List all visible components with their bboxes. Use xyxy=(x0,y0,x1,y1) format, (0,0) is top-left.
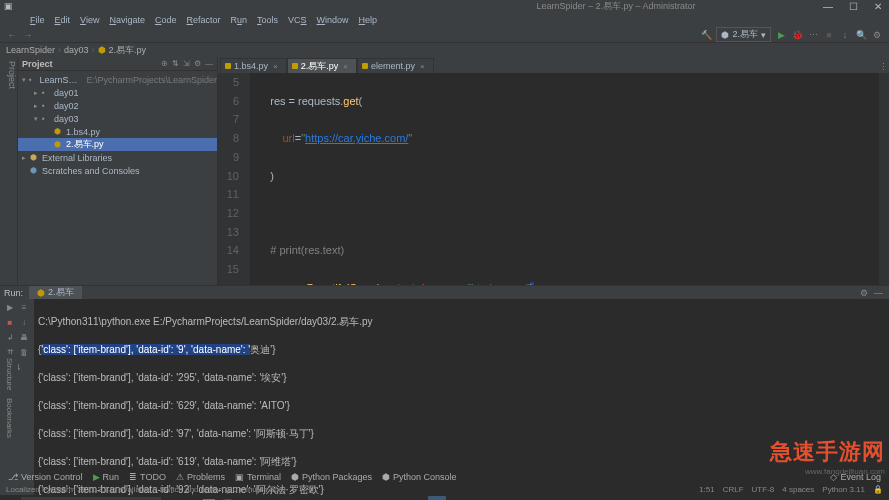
hide-panel-button[interactable]: — xyxy=(205,59,213,68)
run-settings-icon[interactable]: ⚙ xyxy=(860,288,868,298)
editor-more-icon[interactable]: ⋮ xyxy=(877,61,889,73)
settings-icon[interactable]: ⚙ xyxy=(194,59,201,68)
taskbar-app[interactable]: 🪟 xyxy=(200,496,218,500)
start-button[interactable]: ⊞ xyxy=(2,496,20,500)
tree-file[interactable]: ⬢1.bs4.py xyxy=(18,125,217,138)
menu-window[interactable]: Window xyxy=(313,15,353,25)
taskbar-app[interactable]: 🗎 xyxy=(257,496,275,500)
python-console-tool[interactable]: ⬢Python Console xyxy=(378,472,461,482)
editor-tab-active[interactable]: 2.易车.py× xyxy=(287,58,357,73)
tree-file-selected[interactable]: ⬢2.易车.py xyxy=(18,138,217,151)
run-tab-icon[interactable]: ≡ xyxy=(18,301,31,314)
run-tool[interactable]: ▶Run xyxy=(89,472,124,482)
run-tab[interactable]: ⬢2.易车 xyxy=(29,286,82,299)
git-pull-button[interactable]: ↓ xyxy=(839,29,851,41)
taskbar-app-active[interactable]: ▣ xyxy=(428,496,446,500)
run-config-selector[interactable]: ⬢ 2.易车 ▾ xyxy=(716,27,771,42)
taskbar-app[interactable]: 🦊 xyxy=(276,496,294,500)
breadcrumb-file[interactable]: 2.易车.py xyxy=(109,44,147,57)
lock-icon[interactable]: 🔒 xyxy=(873,485,883,494)
python-packages-tool[interactable]: ⬢Python Packages xyxy=(287,472,376,482)
tree-scratches[interactable]: ⬢Scratches and Consoles xyxy=(18,164,217,177)
tree-folder[interactable]: ▸▪day01 xyxy=(18,86,217,99)
run-hide-icon[interactable]: — xyxy=(874,288,883,298)
tree-folder[interactable]: ▸▪day02 xyxy=(18,99,217,112)
nav-back-button[interactable]: ← xyxy=(6,29,18,41)
version-control-tool[interactable]: ⎇Version Control xyxy=(4,472,87,482)
minimize-button[interactable]: — xyxy=(820,1,836,12)
more-run-button[interactable]: ⋯ xyxy=(807,29,819,41)
taskbar-app[interactable]: 📁 xyxy=(181,496,199,500)
bookmarks-tool[interactable]: Bookmarks xyxy=(5,398,14,438)
nav-forward-button[interactable]: → xyxy=(22,29,34,41)
caret-position[interactable]: 1:51 xyxy=(699,485,715,494)
taskbar-app[interactable]: ⊡ xyxy=(333,496,351,500)
soft-wrap-button[interactable]: ↲ xyxy=(4,331,17,344)
tree-external-libs[interactable]: ▸⬢External Libraries xyxy=(18,151,217,164)
problems-tool[interactable]: ⚠Problems xyxy=(172,472,229,482)
todo-tool[interactable]: ≣TODO xyxy=(125,472,170,482)
taskbar-app[interactable]: ⬤ xyxy=(295,496,313,500)
close-tab-icon[interactable]: × xyxy=(273,62,278,71)
scroll-to-end-button[interactable]: ↓ xyxy=(18,316,31,329)
taskbar-app[interactable]: ◉ xyxy=(371,496,389,500)
stop-run-button[interactable]: ■ xyxy=(4,316,17,329)
line-separator[interactable]: CRLF xyxy=(723,485,744,494)
taskbar-app[interactable]: ⬤ xyxy=(352,496,370,500)
debug-button[interactable]: 🐞 xyxy=(791,29,803,41)
menu-file[interactable]: File xyxy=(26,15,49,25)
toolbar: ← → 🔨 ⬢ 2.易车 ▾ ▶ 🐞 ⋯ ■ ↓ 🔍 ⚙ xyxy=(0,27,889,43)
file-encoding[interactable]: UTF-8 xyxy=(752,485,775,494)
close-button[interactable]: ✕ xyxy=(871,1,885,12)
menu-run[interactable]: Run xyxy=(226,15,251,25)
close-tab-icon[interactable]: × xyxy=(420,62,425,71)
tree-folder[interactable]: ▾▪day03 xyxy=(18,112,217,125)
print-button[interactable]: 🖶 xyxy=(18,331,31,344)
clear-all-button[interactable]: 🗑 xyxy=(18,346,31,359)
menu-code[interactable]: Code xyxy=(151,15,181,25)
menu-navigate[interactable]: Navigate xyxy=(105,15,149,25)
event-log-tool[interactable]: ◇Event Log xyxy=(826,472,885,482)
taskbar-app[interactable]: ⬤ xyxy=(409,496,427,500)
indent-settings[interactable]: 4 spaces xyxy=(782,485,814,494)
collapse-all-button[interactable]: ⇲ xyxy=(183,59,190,68)
taskbar-app[interactable]: ◆ xyxy=(238,496,256,500)
menu-tools[interactable]: Tools xyxy=(253,15,282,25)
select-opened-file-button[interactable]: ⊕ xyxy=(161,59,168,68)
menu-help[interactable]: Help xyxy=(355,15,382,25)
breadcrumb-folder[interactable]: day03 xyxy=(64,45,89,55)
structure-tool[interactable]: Structure xyxy=(5,358,14,390)
task-view-button[interactable]: ▭ xyxy=(162,496,180,500)
editor-body[interactable]: 56789101112131415 res = requests.get( ur… xyxy=(218,73,889,285)
terminal-tool[interactable]: ▣Terminal xyxy=(231,472,285,482)
menu-view[interactable]: View xyxy=(76,15,103,25)
left-tool-strip-bottom[interactable]: Structure Bookmarks xyxy=(0,354,18,454)
stop-button[interactable]: ■ xyxy=(823,29,835,41)
settings-button[interactable]: ⚙ xyxy=(871,29,883,41)
rerun-button[interactable]: ▶ xyxy=(4,301,17,314)
taskbar-app[interactable]: 📘 xyxy=(219,496,237,500)
menu-edit[interactable]: Edit xyxy=(51,15,75,25)
close-tab-icon[interactable]: × xyxy=(343,62,348,71)
tree-root[interactable]: ▾ ▪ LearnSpider E:\PycharmProjects\Learn… xyxy=(18,73,217,86)
python-icon: ⬢ xyxy=(37,288,45,298)
editor-tab[interactable]: element.py× xyxy=(357,58,434,73)
menu-refactor[interactable]: Refactor xyxy=(182,15,224,25)
left-tool-strip[interactable]: Project xyxy=(0,57,18,285)
expand-all-button[interactable]: ⇅ xyxy=(172,59,179,68)
expand-icon: ▾ xyxy=(22,76,29,84)
maximize-button[interactable]: ☐ xyxy=(846,1,861,12)
run-header: Run: ⬢2.易车 ⚙ — xyxy=(0,286,889,299)
run-button[interactable]: ▶ xyxy=(775,29,787,41)
editor-tab[interactable]: 1.bs4.py× xyxy=(220,58,287,73)
code-area[interactable]: res = requests.get( url="https://car.yic… xyxy=(250,73,879,285)
taskbar-app[interactable]: ➤ xyxy=(314,496,332,500)
breadcrumb-project[interactable]: LearnSpider xyxy=(6,45,55,55)
build-button[interactable]: 🔨 xyxy=(700,29,712,41)
interpreter[interactable]: Python 3.11 xyxy=(822,485,865,494)
taskbar-app[interactable] xyxy=(390,496,408,500)
library-icon: ⬢ xyxy=(30,153,42,162)
menu-vcs[interactable]: VCS xyxy=(284,15,311,25)
search-everywhere-button[interactable]: 🔍 xyxy=(855,29,867,41)
console-output[interactable]: C:\Python311\python.exe E:/PycharmProjec… xyxy=(34,299,889,500)
